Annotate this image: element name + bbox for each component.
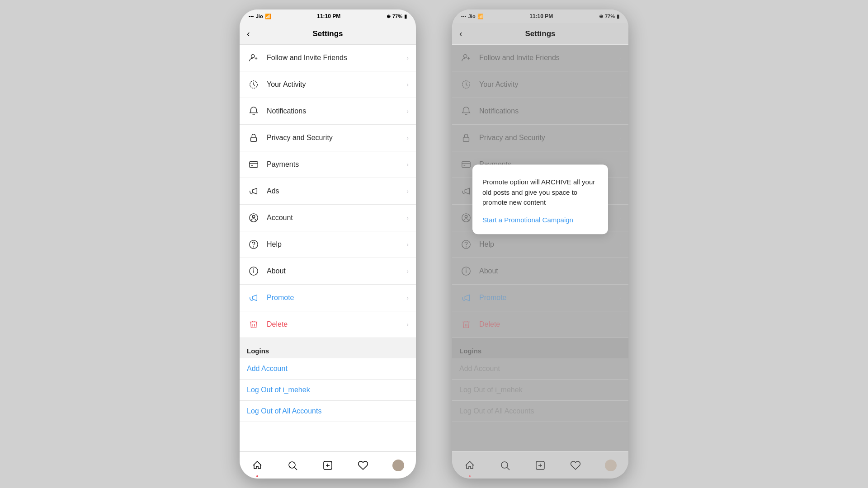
tab-bar-left: [240, 451, 416, 479]
time-right: 11:10 PM: [529, 13, 553, 19]
svg-line-16: [295, 467, 297, 470]
add-icon-right: [535, 460, 546, 471]
tab-profile-left[interactable]: [387, 456, 410, 474]
svg-rect-4: [251, 137, 257, 141]
start-campaign-link-right[interactable]: Start a Promotional Campaign: [482, 216, 573, 224]
delete-label-left: Delete: [267, 320, 406, 328]
settings-item-promote-left[interactable]: Promote ›: [240, 285, 416, 311]
svg-point-9: [252, 216, 255, 218]
tab-add-right[interactable]: [529, 456, 552, 474]
lock-icon-left: [247, 131, 260, 145]
delete-chevron-left: ›: [406, 321, 409, 328]
home-icon-right: [464, 460, 475, 471]
privacy-label-left: Privacy and Security: [267, 134, 406, 142]
signal-icon-left: ▪▪▪: [249, 14, 254, 19]
battery-right: 77%: [605, 14, 615, 19]
tab-search-right[interactable]: [494, 456, 516, 474]
phone-right-screen: ▪▪▪ Jio 📶 11:10 PM ⊕ 77% ▮ ‹ Settings: [452, 9, 628, 479]
settings-item-activity-left[interactable]: Your Activity ›: [240, 71, 416, 98]
profile-avatar-left: [392, 460, 404, 471]
svg-rect-5: [250, 162, 258, 168]
settings-item-payments-left[interactable]: Payments ›: [240, 151, 416, 178]
phone-left: ▪▪▪ Jio 📶 11:10 PM ⊕ 77% ▮ ‹ Settings: [240, 9, 416, 479]
activity-chevron-left: ›: [406, 81, 409, 88]
settings-item-help-left[interactable]: Help ›: [240, 231, 416, 258]
settings-item-follow-friends-left[interactable]: Follow and Invite Friends ›: [240, 45, 416, 71]
help-icon-left: [247, 238, 260, 251]
activity-label-left: Your Activity: [267, 80, 406, 89]
activity-icon-left: [247, 78, 260, 91]
about-chevron-left: ›: [406, 267, 409, 275]
back-button-right[interactable]: ‹: [459, 28, 462, 39]
payments-label-left: Payments: [267, 160, 406, 169]
tab-home-left[interactable]: [246, 456, 269, 474]
back-button-left[interactable]: ‹: [247, 28, 250, 39]
logout-mehek-link-left[interactable]: Log Out of i_mehek: [240, 380, 416, 401]
status-bar-right: ▪▪▪ Jio 📶 11:10 PM ⊕ 77% ▮: [452, 9, 628, 23]
location-icon-left: ⊕: [387, 14, 391, 19]
payments-chevron-left: ›: [406, 161, 409, 168]
megaphone-icon-left: [247, 184, 260, 198]
status-left-right: ▪▪▪ Jio 📶: [461, 14, 484, 19]
battery-icon-left: ▮: [404, 14, 407, 19]
tab-add-left[interactable]: [316, 456, 339, 474]
svg-point-0: [251, 55, 255, 58]
settings-item-account-left[interactable]: Account ›: [240, 205, 416, 231]
signal-icon-right: ▪▪▪: [461, 14, 467, 19]
settings-item-about-left[interactable]: About ›: [240, 258, 416, 285]
modal-body-text-right: Promote option will ARCHIVE all your old…: [482, 177, 598, 208]
battery-icon-right: ▮: [617, 14, 619, 19]
promote-icon-left: [247, 291, 260, 305]
tab-search-left[interactable]: [281, 456, 304, 474]
promotional-modal-right: Promote option will ARCHIVE all your old…: [472, 164, 608, 234]
tab-heart-right[interactable]: [564, 456, 587, 474]
settings-item-delete-left[interactable]: Delete ›: [240, 311, 416, 338]
svg-line-36: [507, 467, 510, 470]
wifi-icon-left: 📶: [265, 14, 271, 19]
heart-icon-left: [358, 460, 368, 471]
logins-section-header-left: Logins: [240, 338, 416, 358]
time-left: 11:10 PM: [317, 13, 340, 19]
privacy-chevron-left: ›: [406, 134, 409, 141]
account-label-left: Account: [267, 214, 406, 222]
ads-label-left: Ads: [267, 187, 406, 195]
svg-point-14: [254, 269, 254, 269]
tab-profile-right[interactable]: [599, 456, 622, 474]
tab-heart-left[interactable]: [352, 456, 374, 474]
carrier-left: Jio: [256, 14, 263, 19]
settings-item-privacy-left[interactable]: Privacy and Security ›: [240, 125, 416, 151]
home-icon-left: [252, 460, 263, 471]
account-chevron-left: ›: [406, 214, 409, 221]
add-account-link-left[interactable]: Add Account: [240, 358, 416, 380]
phone-right: ▪▪▪ Jio 📶 11:10 PM ⊕ 77% ▮ ‹ Settings: [452, 9, 628, 479]
person-circle-icon-left: [247, 211, 260, 225]
location-icon-right: ⊕: [599, 14, 603, 19]
info-icon-left: [247, 264, 260, 278]
status-right-right: ⊕ 77% ▮: [599, 14, 619, 19]
settings-item-ads-left[interactable]: Ads ›: [240, 178, 416, 205]
promote-chevron-left: ›: [406, 294, 409, 301]
svg-point-15: [289, 462, 295, 468]
carrier-right: Jio: [468, 14, 476, 19]
tab-home-right[interactable]: [458, 456, 481, 474]
svg-point-11: [254, 247, 254, 247]
add-icon-left: [322, 460, 333, 471]
logout-all-link-left[interactable]: Log Out of All Accounts: [240, 401, 416, 422]
notifications-chevron-left: ›: [406, 108, 409, 115]
notifications-label-left: Notifications: [267, 107, 406, 115]
status-right-left: ⊕ 77% ▮: [387, 14, 407, 19]
nav-title-right: Settings: [525, 29, 555, 38]
nav-title-left: Settings: [312, 29, 343, 38]
about-label-left: About: [267, 267, 406, 275]
profile-avatar-right: [605, 460, 617, 471]
nav-bar-right: ‹ Settings: [452, 23, 628, 45]
status-left-left: ▪▪▪ Jio 📶: [249, 14, 271, 19]
person-plus-icon-left: [247, 51, 260, 65]
settings-item-notifications-left[interactable]: Notifications ›: [240, 98, 416, 125]
tab-bar-right: [452, 451, 628, 479]
nav-bar-left: ‹ Settings: [240, 23, 416, 45]
bell-icon-left: [247, 104, 260, 118]
follow-friends-chevron-left: ›: [406, 54, 409, 61]
help-chevron-left: ›: [406, 241, 409, 248]
settings-list-left: Follow and Invite Friends › Your Activit…: [240, 45, 416, 451]
